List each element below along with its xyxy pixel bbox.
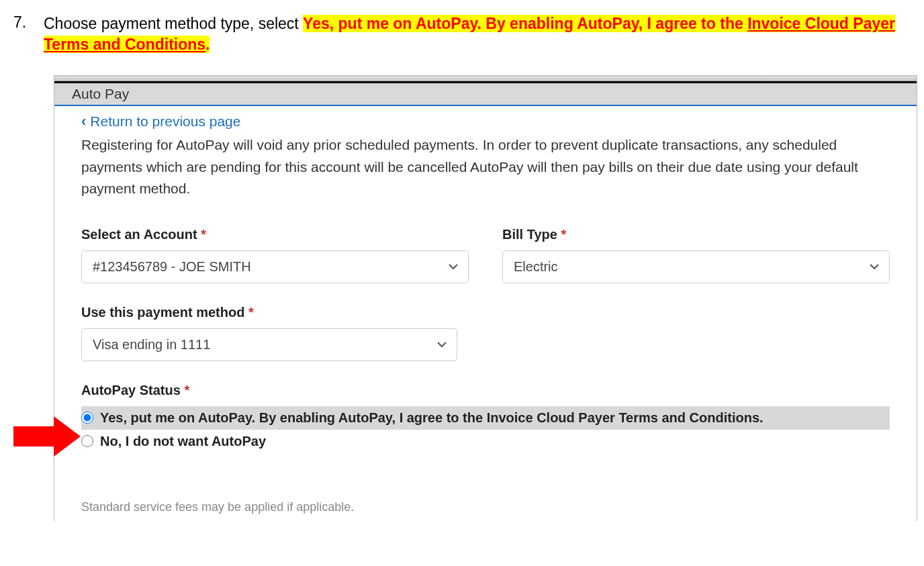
billtype-select[interactable]: Electric	[502, 250, 890, 283]
billtype-label: Bill Type *	[502, 227, 890, 242]
billtype-select-value: Electric	[502, 250, 890, 283]
step-highlight-pre: Yes, put me on AutoPay. By enabling Auto…	[303, 15, 747, 32]
payment-field-group: Use this payment method * Visa ending in…	[81, 305, 457, 361]
screenshot-container: Auto Pay ‹ Return to previous page Regis…	[54, 75, 917, 521]
account-field-group: Select an Account * #123456789 - JOE SMI…	[81, 227, 469, 283]
svg-marker-0	[13, 416, 81, 457]
radio-yes-label: Yes, put me on AutoPay. By enabling Auto…	[100, 410, 764, 426]
step-text: Choose payment method type, select Yes, …	[44, 13, 917, 55]
billtype-field-group: Bill Type * Electric	[502, 227, 890, 283]
chevron-left-icon: ‹	[81, 113, 86, 130]
payment-label: Use this payment method *	[81, 305, 457, 320]
panel-topbar	[54, 76, 917, 81]
step-lead: Choose payment method type, select	[44, 15, 303, 32]
panel-body: ‹ Return to previous page Registering fo…	[54, 106, 917, 521]
autopay-radio-group: Yes, put me on AutoPay. By enabling Auto…	[81, 406, 890, 453]
instruction-step: 7. Choose payment method type, select Ye…	[7, 13, 917, 55]
account-select-value: #123456789 - JOE SMITH	[81, 250, 469, 283]
form-row-1: Select an Account * #123456789 - JOE SMI…	[81, 227, 890, 283]
payment-select-value: Visa ending in 1111	[81, 328, 457, 361]
required-asterisk: *	[561, 227, 566, 242]
radio-no-row[interactable]: No, I do not want AutoPay	[81, 430, 890, 453]
required-asterisk: *	[184, 383, 189, 397]
callout-arrow-icon	[13, 416, 81, 457]
account-select[interactable]: #123456789 - JOE SMITH	[81, 250, 469, 283]
footer-note: Standard service fees may be applied if …	[81, 500, 890, 514]
info-text: Registering for AutoPay will void any pr…	[81, 134, 890, 200]
radio-no-label: No, I do not want AutoPay	[100, 434, 266, 449]
radio-yes[interactable]	[81, 412, 93, 424]
account-label: Select an Account *	[81, 227, 469, 242]
required-asterisk: *	[201, 227, 206, 242]
radio-yes-row[interactable]: Yes, put me on AutoPay. By enabling Auto…	[81, 406, 890, 430]
step-highlight-post: .	[205, 36, 210, 53]
autopay-panel: Auto Pay ‹ Return to previous page Regis…	[54, 75, 917, 521]
radio-no[interactable]	[81, 435, 93, 447]
panel-header: Auto Pay	[54, 83, 917, 106]
return-link[interactable]: ‹ Return to previous page	[81, 113, 240, 130]
form-row-2: Use this payment method * Visa ending in…	[81, 305, 890, 361]
status-label: AutoPay Status *	[81, 383, 890, 398]
payment-select[interactable]: Visa ending in 1111	[81, 328, 457, 361]
status-field-group: AutoPay Status * Yes, put me on AutoPay.…	[81, 383, 890, 453]
return-link-label: Return to previous page	[90, 113, 240, 130]
required-asterisk: *	[248, 305, 254, 320]
step-number: 7.	[13, 13, 30, 55]
